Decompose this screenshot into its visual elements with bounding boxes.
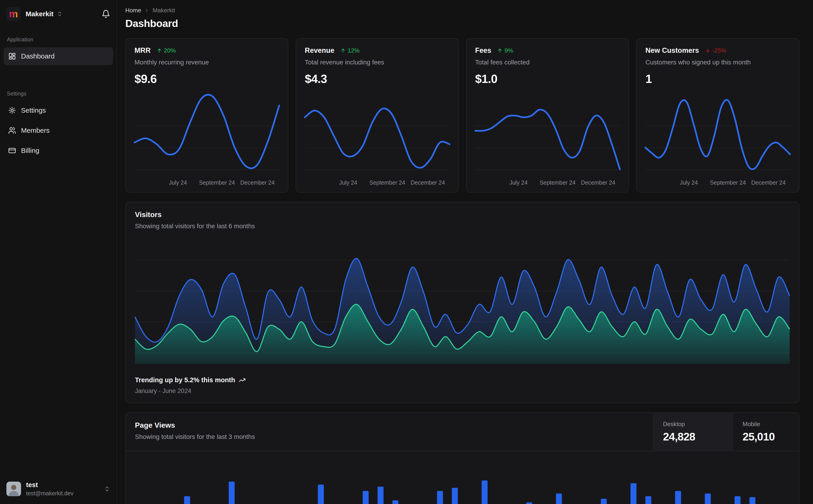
sidebar-item-label: Members [21, 127, 50, 134]
bar [392, 500, 398, 504]
chevrons-up-down-icon[interactable] [104, 486, 110, 492]
breadcrumb-current: Makerkit [152, 7, 175, 14]
bar [735, 496, 741, 504]
arrow-down-icon [705, 48, 711, 53]
stat-value: $4.3 [305, 72, 450, 86]
arrow-up-icon [340, 48, 346, 53]
toggle-mobile[interactable]: Mobile 25,010 [733, 413, 799, 451]
main-content: Home Makerkit Dashboard MRR 20% Monthly … [117, 0, 813, 504]
toggle-desktop[interactable]: Desktop 24,828 [653, 413, 733, 451]
x-axis-label: July 24 [169, 179, 187, 186]
bar [229, 482, 235, 504]
bar [318, 485, 324, 504]
bar [705, 493, 711, 504]
bar [482, 480, 488, 504]
stat-title: Revenue [305, 46, 334, 55]
page-views-subtitle: Showing total visitors for the last 3 mo… [135, 433, 644, 440]
stat-card-fees: Fees 9% Total fees collected $1.0 July 2… [466, 38, 629, 193]
stat-title: MRR [134, 46, 151, 55]
sparkline-chart [646, 92, 790, 176]
x-axis-label: July 24 [339, 179, 357, 186]
sidebar-item-dashboard[interactable]: Dashboard [4, 47, 113, 65]
x-axis-label: December 24 [240, 179, 275, 186]
chevrons-up-down-icon[interactable] [57, 11, 63, 17]
visitors-area-chart [135, 240, 790, 364]
stat-card-mrr: MRR 20% Monthly recurring revenue $9.6 J… [125, 38, 288, 193]
bar [556, 493, 562, 504]
gear-icon [8, 106, 16, 114]
x-axis-label: September 24 [710, 179, 746, 186]
users-icon [8, 127, 16, 134]
bar [646, 496, 651, 504]
desktop-count: 24,828 [663, 430, 723, 443]
stat-value: $9.6 [134, 72, 279, 86]
chevron-right-icon [144, 8, 149, 13]
page-views-card: Page Views Showing total visitors for th… [125, 412, 799, 504]
page-views-title: Page Views [135, 421, 644, 430]
sparkline-chart [134, 92, 279, 176]
visitors-card: Visitors Showing total visitors for the … [125, 202, 799, 403]
stat-change-badge: 9% [497, 47, 513, 54]
sidebar-item-settings[interactable]: Settings [4, 101, 113, 119]
user-name: test [26, 481, 73, 489]
makerkit-logo: m [6, 7, 21, 21]
bar [675, 491, 681, 504]
sidebar-item-label: Billing [21, 147, 39, 154]
sidebar-item-members[interactable]: Members [4, 122, 113, 139]
stat-card-new-customers: New Customers -25% Customers who signed … [636, 38, 799, 193]
arrow-up-icon [157, 48, 162, 53]
user-email: test@makerkit.dev [26, 490, 73, 497]
stat-card-row: MRR 20% Monthly recurring revenue $9.6 J… [125, 38, 799, 193]
bar [437, 491, 443, 504]
sidebar-item-billing[interactable]: Billing [4, 142, 113, 159]
bar [631, 483, 637, 504]
stat-title: New Customers [646, 46, 699, 55]
bar [363, 491, 369, 504]
stat-description: Customers who signed up this month [646, 59, 790, 66]
mobile-count: 25,010 [743, 430, 789, 443]
stat-value: 1 [646, 72, 790, 86]
x-axis-label: December 24 [581, 179, 615, 186]
sidebar: m Makerkit Application Dashboard Setting… [0, 0, 117, 504]
nav-section-settings: Settings [7, 91, 113, 97]
stat-card-revenue: Revenue 12% Total revenue including fees… [296, 38, 459, 193]
x-axis-label: September 24 [199, 179, 235, 186]
sidebar-item-label: Dashboard [21, 52, 55, 60]
page-views-bar-chart [135, 451, 790, 504]
stat-change-badge: -25% [705, 47, 726, 54]
bar [184, 496, 190, 504]
team-selector[interactable]: m Makerkit [4, 6, 113, 22]
stat-description: Total fees collected [475, 59, 620, 66]
breadcrumb: Home Makerkit [125, 7, 799, 14]
stat-change-badge: 12% [340, 47, 360, 54]
breadcrumb-home-link[interactable]: Home [125, 7, 141, 14]
sidebar-item-label: Settings [21, 106, 46, 114]
notifications-bell-icon[interactable] [101, 10, 110, 18]
sparkline-chart [305, 92, 450, 176]
x-axis-label: December 24 [751, 179, 786, 186]
visitors-title: Visitors [135, 210, 790, 219]
x-axis-label: September 24 [369, 179, 405, 186]
stat-change-badge: 20% [157, 47, 176, 54]
x-axis-label: July 24 [680, 179, 698, 186]
x-axis-label: September 24 [540, 179, 575, 186]
bar [749, 497, 755, 504]
x-axis-label: December 24 [411, 179, 445, 186]
avatar [6, 482, 21, 496]
dashboard-icon [8, 52, 16, 60]
stat-value: $1.0 [475, 72, 620, 86]
nav-section-application: Application [7, 37, 113, 43]
stat-title: Fees [475, 46, 491, 55]
trending-up-icon [239, 377, 246, 384]
user-menu[interactable]: test test@makerkit.dev [4, 479, 113, 499]
credit-card-icon [8, 147, 16, 154]
visitors-period: January - June 2024 [135, 387, 790, 395]
team-name[interactable]: Makerkit [26, 10, 53, 18]
x-axis-label: July 24 [509, 179, 527, 186]
page-title: Dashboard [125, 18, 799, 29]
bar [601, 499, 607, 504]
arrow-up-icon [497, 48, 503, 53]
bar [452, 488, 458, 504]
visitors-trend-text: Trending up by 5.2% this month [135, 376, 235, 384]
stat-description: Total revenue including fees [305, 59, 450, 66]
